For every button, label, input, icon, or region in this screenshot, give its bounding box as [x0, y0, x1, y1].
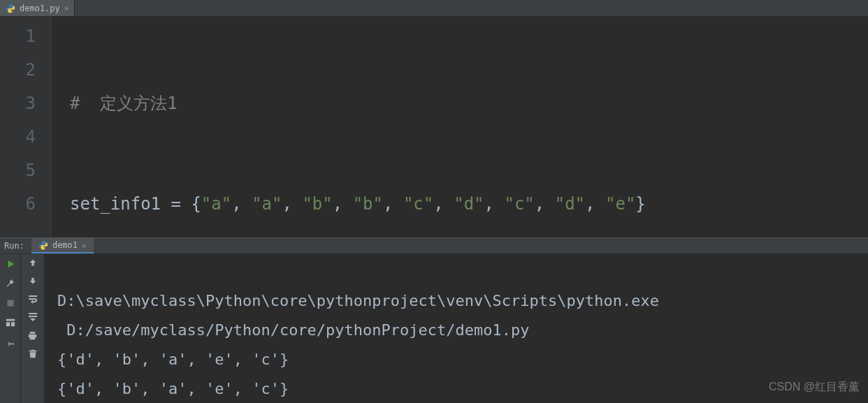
up-icon[interactable]: [27, 257, 38, 268]
close-icon[interactable]: ✕: [64, 3, 69, 13]
wrench-icon[interactable]: [5, 278, 16, 289]
editor-tab-label: demo1.py: [20, 3, 60, 13]
stop-icon[interactable]: [5, 298, 16, 309]
scroll-to-end-icon[interactable]: [27, 312, 38, 323]
print-icon[interactable]: [27, 330, 38, 341]
code-line: set_info1 = {"a", "a", "b", "b", "c", "d…: [70, 187, 868, 221]
run-tab[interactable]: demo1 ✕: [31, 238, 94, 254]
down-icon[interactable]: [27, 275, 38, 286]
layout-icon[interactable]: [5, 317, 16, 328]
pin-icon[interactable]: [5, 337, 16, 348]
python-file-icon: [38, 240, 48, 250]
run-toolbar-primary: [0, 254, 21, 403]
run-toolbar-secondary: [21, 254, 45, 403]
run-panel-header: Run: demo1 ✕: [0, 237, 868, 254]
console-line: {'d', 'b', 'a', 'e', 'c'}: [57, 351, 289, 368]
run-tab-label: demo1: [52, 240, 78, 250]
code-editor[interactable]: 1 2 3 4 5 6 # 定义方法1 set_info1 = {"a", "a…: [0, 17, 868, 237]
code-area[interactable]: # 定义方法1 set_info1 = {"a", "a", "b", "b",…: [52, 17, 868, 237]
python-file-icon: [6, 3, 15, 13]
editor-tab-demo1[interactable]: demo1.py ✕: [0, 0, 75, 16]
run-label: Run:: [0, 241, 31, 251]
run-icon[interactable]: [5, 258, 16, 270]
console-line: D:/save/myclass/Python/core/pythonProjec…: [57, 321, 530, 339]
trash-icon[interactable]: [27, 348, 38, 359]
editor-tabbar: demo1.py ✕: [0, 0, 868, 17]
soft-wrap-icon[interactable]: [27, 293, 38, 305]
close-icon[interactable]: ✕: [82, 241, 87, 250]
run-panel: D:\save\myclass\Python\core\pythonprojec…: [0, 254, 868, 403]
watermark: CSDN @红目香薰: [769, 372, 860, 402]
console-line: {'d', 'b', 'a', 'e', 'c'}: [57, 380, 289, 397]
line-gutter: 1 2 3 4 5 6: [0, 17, 52, 237]
svg-rect-0: [7, 300, 13, 307]
console-output[interactable]: D:\save\myclass\Python\core\pythonprojec…: [45, 254, 868, 403]
code-line: # 定义方法1: [70, 87, 868, 120]
console-line: D:\save\myclass\Python\core\pythonprojec…: [57, 292, 659, 309]
